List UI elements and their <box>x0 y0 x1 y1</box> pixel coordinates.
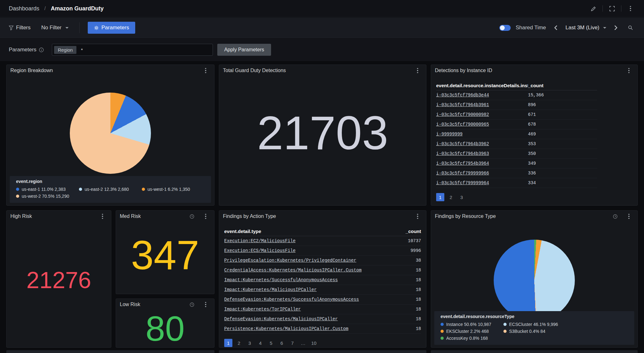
panel-kebab-menu-icon[interactable] <box>201 300 210 309</box>
panel-kebab-menu-icon[interactable] <box>413 66 422 75</box>
panel-findings-by-action: Findings by Action Type event.detail.typ… <box>219 210 426 348</box>
table-row: i-03c3c5fcf796db3e4415,366 <box>436 90 597 100</box>
pagination-page[interactable]: 3 <box>246 339 254 347</box>
legend-item-label: AccessKey 0.8% 168 <box>446 335 488 342</box>
legend-color-dot <box>441 337 444 340</box>
table-count-cell: 18 <box>393 297 421 302</box>
legend-item[interactable]: us-east-2 12.3% 2,680 <box>79 186 142 193</box>
table-link-cell[interactable]: i-03c3c5fcf7964b3961 <box>436 102 528 107</box>
table-link-cell[interactable]: Impact:Kubernetes/MaliciousIPCaller <box>224 287 393 292</box>
panel-region-breakdown: Region Breakdown event.region us-east-1 … <box>6 65 214 206</box>
table-link-cell[interactable]: Impact:Kubernetes/TorIPCaller <box>224 307 393 312</box>
table-link-cell[interactable]: i-03c3c5fcf799999966 <box>436 171 528 176</box>
table-count-cell: 349 <box>528 161 597 166</box>
legend-items: Instance 50.6% 10,987ECSCluster 46.1% 9,… <box>441 321 628 342</box>
table-link-cell[interactable]: i-03c3c5fcf790000982 <box>436 112 528 117</box>
edit-pencil-icon[interactable] <box>589 4 598 13</box>
table-count-cell: 18 <box>393 316 421 322</box>
table-header-cell[interactable]: _count <box>393 229 421 234</box>
panel-kebab-menu-icon[interactable] <box>201 212 210 221</box>
legend-color-dot <box>16 188 19 191</box>
pagination-page[interactable]: 3 <box>458 193 466 201</box>
pagination-page[interactable]: 7 <box>288 339 297 347</box>
breadcrumb-dashboards[interactable]: Dashboards <box>9 5 39 12</box>
time-forward-chevron-icon[interactable] <box>611 23 621 32</box>
no-filter-label: No Filter <box>41 25 61 31</box>
panel-time-info-icon[interactable] <box>187 212 197 221</box>
dashboard-toolbar: Filters No Filter Parameters Shared Time… <box>0 18 644 38</box>
chevron-down-icon <box>65 27 69 29</box>
panel-kebab-menu-icon[interactable] <box>624 212 634 221</box>
panel-kebab-menu-icon[interactable] <box>201 66 210 75</box>
table-link-cell[interactable]: i-03c3c5fcf7964b3963 <box>436 151 528 156</box>
panel-header: Findings by Action Type <box>219 211 426 222</box>
region-parameter-input[interactable]: Region * <box>52 44 213 56</box>
pagination-page[interactable]: 1 <box>436 193 444 201</box>
table-header-cell[interactable]: event.detail.type <box>224 229 393 234</box>
time-range-picker[interactable]: Last 3M (Live) <box>565 25 606 31</box>
table-link-cell[interactable]: i-99999999 <box>436 132 528 137</box>
shared-time-toggle[interactable] <box>499 25 511 31</box>
table-link-cell[interactable]: DefenseEvasion:Kubernetes/SuccessfulAnon… <box>224 297 393 302</box>
pagination-page[interactable]: 1 <box>224 339 232 347</box>
guardduty-dashboard: Dashboards / Amazon GuardDuty Filters No… <box>0 0 644 353</box>
pagination-page[interactable]: 2 <box>235 339 243 347</box>
table-link-cell[interactable]: i-03c3c5fcf790000965 <box>436 122 528 127</box>
panel-kebab-menu-icon[interactable] <box>98 212 107 221</box>
time-range-label: Last 3M (Live) <box>565 25 599 31</box>
legend-item[interactable]: us-west-2 70.5% 15,290 <box>16 193 79 200</box>
table-link-cell[interactable]: i-03c3c5fcf7964b3962 <box>436 141 528 146</box>
table-link-cell[interactable]: Execution:ECS/MaliciousFile <box>224 248 393 253</box>
time-back-chevron-icon[interactable] <box>551 23 560 32</box>
time-zoom-magnifier-icon[interactable] <box>626 23 635 32</box>
pagination-page[interactable]: 2 <box>447 193 455 201</box>
breadcrumb-current-dashboard: Amazon GuardDuty <box>51 5 104 12</box>
table-count-cell: 38 <box>393 258 421 263</box>
table-header-cell[interactable]: event.detail.resource.instanceDetails.in… <box>436 83 528 88</box>
no-filter-dropdown[interactable]: No Filter <box>41 25 68 31</box>
table-row: DefenseEvasion:Kubernetes/SuccessfulAnon… <box>224 295 421 305</box>
pagination-page[interactable]: 5 <box>267 339 275 347</box>
legend-item[interactable]: Instance 50.6% 10,987 <box>441 321 503 328</box>
panel-time-info-icon[interactable] <box>187 300 197 309</box>
expand-view-icon[interactable] <box>607 4 617 13</box>
table-link-cell[interactable]: PrivilegeEscalation:Kubernetes/Privilege… <box>224 258 393 263</box>
legend-color-dot <box>503 330 507 333</box>
pagination-page[interactable]: 6 <box>278 339 286 347</box>
region-chip[interactable]: Region <box>54 46 77 54</box>
total-detections-value: 21703 <box>257 109 388 157</box>
legend-item[interactable]: EKSCluster 2.2% 468 <box>441 328 503 335</box>
legend-item[interactable]: AccessKey 0.8% 168 <box>441 335 503 342</box>
table-link-cell[interactable]: Impact:Kubernetes/SuccessfulAnonymousAcc… <box>224 277 393 282</box>
legend-item[interactable]: us-east-1 11.0% 2,383 <box>16 186 79 193</box>
panel-header: Findings by Resource Type <box>431 211 637 222</box>
table-link-cell[interactable]: i-03c3c5fcf7954b3964 <box>436 161 528 166</box>
legend-item[interactable]: S3Bucket 0.4% 84 <box>503 328 566 335</box>
panel-title: Region Breakdown <box>10 68 53 73</box>
header-bar: Dashboards / Amazon GuardDuty <box>0 0 644 17</box>
pagination-page[interactable]: 10 <box>310 339 318 347</box>
table-header-cell[interactable]: _count <box>528 83 597 88</box>
table-row: i-03c3c5fcf7964b3963350 <box>436 149 597 159</box>
table-link-cell[interactable]: Execution:EC2/MaliciousFile <box>224 238 393 243</box>
filters-button[interactable]: Filters <box>9 25 31 31</box>
table-link-cell[interactable]: i-03c3c5fcf799999964 <box>436 180 528 185</box>
dashboard-kebab-menu-icon[interactable] <box>626 4 635 13</box>
legend-item[interactable]: ECSCluster 46.1% 9,996 <box>503 321 566 328</box>
parameters-button[interactable]: Parameters <box>88 22 136 34</box>
table-header-row: event.detail.resource.instanceDetails.in… <box>436 81 597 90</box>
panel-kebab-menu-icon[interactable] <box>413 212 422 221</box>
apply-parameters-button[interactable]: Apply Parameters <box>217 44 271 56</box>
table-count-cell: 10737 <box>393 238 421 243</box>
table-link-cell[interactable]: Persistence:Kubernetes/MaliciousIPCaller… <box>224 326 393 331</box>
low-risk-value: 80 <box>146 311 185 346</box>
table-link-cell[interactable]: CredentialAccess:Kubernetes/MaliciousIPC… <box>224 268 393 273</box>
table-link-cell[interactable]: DefenseEvasion:Kubernetes/MaliciousIPCal… <box>224 316 393 322</box>
panel-time-info-icon[interactable] <box>610 212 620 221</box>
table-row: Execution:EC2/MaliciousFile10737 <box>224 236 421 246</box>
panel-kebab-menu-icon[interactable] <box>624 66 634 75</box>
pagination-page[interactable]: 4 <box>256 339 264 347</box>
table-link-cell[interactable]: i-03c3c5fcf796db3e44 <box>436 93 528 98</box>
info-icon[interactable] <box>39 48 44 52</box>
legend-item[interactable]: us-west-1 6.2% 1,350 <box>142 186 205 193</box>
